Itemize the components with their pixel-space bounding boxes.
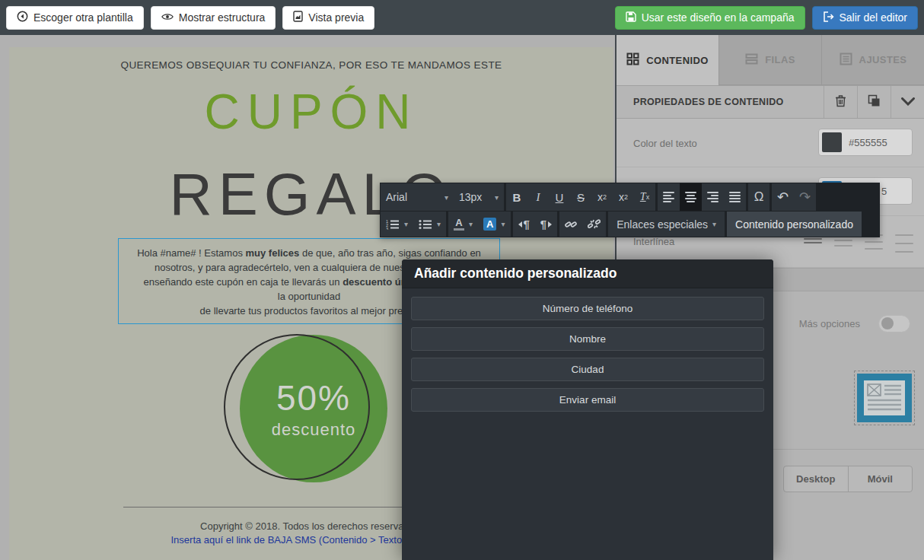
caret-down-icon: ▾	[469, 220, 473, 228]
content-properties-header: PROPIEDADES DE CONTENIDO	[617, 85, 924, 119]
tab-contenido[interactable]: CONTENIDO	[617, 35, 719, 85]
color-group: A▾ A▾	[448, 212, 510, 237]
thumbnail-teal-frame	[857, 374, 912, 422]
link-group	[559, 212, 606, 237]
format-group: B I U S x2 x2 Tx	[506, 183, 655, 211]
font-family-select[interactable]: Arial▾	[381, 183, 454, 211]
use-design-label: Usar este diseño en la campaña	[642, 11, 795, 24]
special-links-dropdown[interactable]: Enlaces especiales▾	[608, 212, 725, 237]
paragraph-ltr-button[interactable]: ¶	[513, 212, 535, 237]
caret-down-icon: ▾	[501, 220, 505, 228]
use-design-button[interactable]: Usar este diseño en la campaña	[615, 6, 805, 30]
rich-text-toolbar: Arial▾ 13px▾ B I U S x2 x2 Tx	[380, 183, 880, 237]
text-color-field[interactable]: #555555	[818, 129, 913, 156]
superscript-button[interactable]: x2	[591, 183, 613, 211]
custom-content-modal: Añadir contenido personalizado Número de…	[402, 259, 773, 560]
trash-icon	[835, 94, 846, 110]
choose-template-label: Escoger otra plantilla	[33, 11, 133, 24]
line-height-option-4[interactable]	[895, 234, 913, 253]
align-right-button[interactable]	[702, 183, 724, 211]
special-character-button[interactable]: Ω	[748, 183, 769, 211]
align-group	[658, 183, 746, 211]
content-properties-title: PROPIEDADES DE CONTENIDO	[617, 97, 824, 107]
merge-tag-name-button[interactable]: Nombre	[411, 327, 764, 351]
exit-editor-label: Salir del editor	[840, 11, 908, 24]
more-options-toggle[interactable]	[878, 315, 910, 332]
tab-ajustes[interactable]: AJUSTES	[822, 35, 924, 85]
custom-content-group: Contenido personalizado	[727, 212, 862, 237]
line-height-label: Interlínea	[633, 236, 674, 247]
tab-contenido-label: CONTENIDO	[646, 55, 709, 66]
ordered-list-button[interactable]: 123 ▾	[381, 212, 413, 237]
device-preview-switch: Desktop Móvil	[783, 466, 913, 492]
sign-out-icon	[823, 11, 834, 24]
background-color-button[interactable]: A▾	[478, 212, 510, 237]
preview-button[interactable]: Vista previa	[282, 6, 374, 30]
font-size-select[interactable]: 13px▾	[454, 183, 504, 211]
strikethrough-button[interactable]: S	[570, 183, 591, 211]
duplicate-block-button[interactable]	[857, 86, 891, 118]
desktop-button[interactable]: Desktop	[784, 466, 848, 492]
triangle-left-icon	[518, 221, 522, 228]
show-structure-label: Mostrar estructura	[179, 11, 266, 24]
settings-list-icon	[840, 52, 852, 68]
undo-button[interactable]: ↶	[772, 183, 794, 211]
editor-root: Escoger otra plantilla Mostrar estructur…	[0, 0, 924, 560]
mobile-button[interactable]: Móvil	[848, 466, 913, 492]
more-options-label: Más opciones	[799, 318, 860, 329]
font-color-button[interactable]: A▾	[448, 212, 478, 237]
unlink-icon[interactable]	[582, 212, 606, 237]
caret-down-icon: ▾	[404, 220, 408, 228]
redo-button[interactable]: ↷	[794, 183, 816, 211]
modal-header: Añadir contenido personalizado	[402, 259, 773, 288]
chevron-down-icon	[901, 95, 915, 109]
delete-block-button[interactable]	[824, 86, 857, 118]
discount-ring-outline	[224, 334, 370, 480]
top-toolbar: Escoger otra plantilla Mostrar estructur…	[0, 0, 924, 35]
italic-button[interactable]: I	[527, 183, 549, 211]
align-left-button[interactable]	[658, 183, 680, 211]
collapse-panel-button[interactable]	[891, 86, 924, 118]
save-icon	[626, 11, 636, 24]
exit-editor-button[interactable]: Salir del editor	[812, 6, 919, 30]
show-structure-button[interactable]: Mostrar estructura	[151, 6, 276, 30]
merge-tag-city-button[interactable]: Ciudad	[411, 358, 764, 381]
merge-tag-email-button[interactable]: Enviar email	[411, 388, 764, 412]
paragraph-direction-group: ¶ ¶	[513, 212, 558, 237]
tab-filas[interactable]: FILAS	[719, 35, 822, 85]
clear-format-button[interactable]: Tx	[634, 183, 655, 211]
align-justify-button[interactable]	[724, 183, 746, 211]
text-color-swatch[interactable]	[822, 132, 842, 152]
text-block-thumbnail[interactable]	[854, 371, 915, 425]
thumbnail-content-icon	[864, 380, 905, 415]
rows-icon	[745, 53, 758, 67]
caret-down-icon: ▾	[495, 193, 499, 202]
history-group: ↶ ↷	[772, 183, 816, 211]
svg-text:3: 3	[386, 226, 388, 230]
caret-down-icon: ▾	[437, 220, 441, 228]
link-icon[interactable]	[559, 212, 582, 237]
bold-button[interactable]: B	[506, 183, 527, 211]
merge-tag-phone-button[interactable]: Número de teléfono	[411, 297, 764, 320]
modal-title: Añadir contenido personalizado	[414, 266, 617, 282]
back-circle-icon	[17, 11, 28, 24]
custom-content-button[interactable]: Contenido personalizado	[727, 212, 862, 237]
copy-icon	[868, 94, 881, 110]
eye-icon	[161, 11, 174, 24]
modal-body: Número de teléfono Nombre Ciudad Enviar …	[402, 288, 773, 427]
text-color-row: Color del texto #555555	[617, 119, 924, 167]
toolbar-row-1: Arial▾ 13px▾ B I U S x2 x2 Tx	[381, 183, 879, 211]
bullet-list-button[interactable]: ▾	[413, 212, 446, 237]
tab-filas-label: FILAS	[765, 54, 795, 65]
caret-down-icon: ▾	[712, 220, 716, 228]
subscript-button[interactable]: x2	[613, 183, 634, 211]
choose-template-button[interactable]: Escoger otra plantilla	[6, 6, 144, 30]
toolbar-row-2: 123 ▾ ▾ A▾ A▾ ¶ ¶	[381, 212, 879, 237]
caret-down-icon: ▾	[444, 193, 448, 202]
tab-ajustes-label: AJUSTES	[859, 54, 907, 65]
align-center-button[interactable]	[680, 183, 702, 211]
paragraph-rtl-button[interactable]: ¶	[535, 212, 557, 237]
grid-icon	[626, 52, 639, 68]
text-color-label: Color del texto	[633, 138, 697, 149]
underline-button[interactable]: U	[549, 183, 570, 211]
